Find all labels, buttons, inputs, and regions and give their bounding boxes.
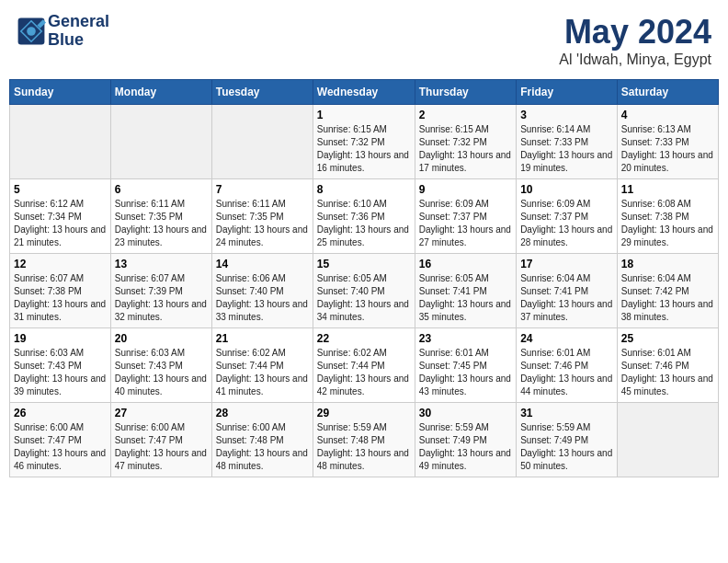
- calendar-cell: 10Sunrise: 6:09 AM Sunset: 7:37 PM Dayli…: [517, 179, 618, 254]
- weekday-header-tuesday: Tuesday: [211, 80, 313, 105]
- day-number: 13: [115, 258, 208, 270]
- day-number: 31: [520, 407, 613, 419]
- calendar-week-2: 5Sunrise: 6:12 AM Sunset: 7:34 PM Daylig…: [10, 179, 719, 254]
- calendar-table: SundayMondayTuesdayWednesdayThursdayFrid…: [9, 79, 719, 477]
- calendar-cell: 19Sunrise: 6:03 AM Sunset: 7:43 PM Dayli…: [10, 328, 111, 403]
- day-info: Sunrise: 6:05 AM Sunset: 7:40 PM Dayligh…: [317, 272, 411, 324]
- day-number: 17: [520, 258, 613, 270]
- day-number: 24: [520, 332, 613, 345]
- calendar-cell: 27Sunrise: 6:00 AM Sunset: 7:47 PM Dayli…: [110, 403, 211, 477]
- day-info: Sunrise: 6:10 AM Sunset: 7:36 PM Dayligh…: [317, 198, 411, 249]
- day-number: 3: [520, 109, 613, 121]
- day-number: 23: [419, 332, 512, 345]
- calendar-week-1: 1Sunrise: 6:15 AM Sunset: 7:32 PM Daylig…: [10, 105, 719, 179]
- header: General Blue May 2024 Al 'Idwah, Minya, …: [9, 9, 719, 72]
- day-number: 6: [115, 183, 208, 196]
- day-info: Sunrise: 6:01 AM Sunset: 7:45 PM Dayligh…: [419, 347, 512, 398]
- calendar-header: SundayMondayTuesdayWednesdayThursdayFrid…: [10, 80, 719, 105]
- day-info: Sunrise: 5:59 AM Sunset: 7:49 PM Dayligh…: [520, 421, 613, 473]
- logo-text: General Blue: [48, 13, 109, 50]
- calendar-cell: 3Sunrise: 6:14 AM Sunset: 7:33 PM Daylig…: [517, 105, 618, 179]
- svg-point-2: [27, 27, 36, 36]
- day-number: 7: [216, 183, 309, 196]
- day-info: Sunrise: 6:02 AM Sunset: 7:44 PM Dayligh…: [317, 347, 411, 398]
- calendar-body: 1Sunrise: 6:15 AM Sunset: 7:32 PM Daylig…: [10, 105, 719, 477]
- day-info: Sunrise: 6:09 AM Sunset: 7:37 PM Dayligh…: [520, 198, 613, 249]
- calendar-week-3: 12Sunrise: 6:07 AM Sunset: 7:38 PM Dayli…: [10, 254, 719, 328]
- day-info: Sunrise: 6:04 AM Sunset: 7:42 PM Dayligh…: [621, 272, 714, 324]
- day-info: Sunrise: 5:59 AM Sunset: 7:48 PM Dayligh…: [317, 421, 411, 473]
- day-info: Sunrise: 6:13 AM Sunset: 7:33 PM Dayligh…: [621, 123, 714, 175]
- calendar-cell: 11Sunrise: 6:08 AM Sunset: 7:38 PM Dayli…: [617, 179, 718, 254]
- day-number: 26: [14, 407, 107, 419]
- day-info: Sunrise: 6:11 AM Sunset: 7:35 PM Dayligh…: [115, 198, 208, 249]
- day-number: 9: [419, 183, 512, 196]
- title-area: May 2024 Al 'Idwah, Minya, Egypt: [559, 13, 711, 68]
- calendar-cell: [211, 105, 313, 179]
- calendar-week-4: 19Sunrise: 6:03 AM Sunset: 7:43 PM Dayli…: [10, 328, 719, 403]
- day-info: Sunrise: 6:07 AM Sunset: 7:38 PM Dayligh…: [14, 272, 107, 324]
- calendar-cell: 20Sunrise: 6:03 AM Sunset: 7:43 PM Dayli…: [110, 328, 211, 403]
- day-info: Sunrise: 6:03 AM Sunset: 7:43 PM Dayligh…: [115, 347, 208, 398]
- weekday-header-wednesday: Wednesday: [313, 80, 415, 105]
- calendar-cell: 4Sunrise: 6:13 AM Sunset: 7:33 PM Daylig…: [617, 105, 718, 179]
- day-number: 20: [115, 332, 208, 345]
- calendar-cell: 9Sunrise: 6:09 AM Sunset: 7:37 PM Daylig…: [415, 179, 516, 254]
- calendar-cell: 26Sunrise: 6:00 AM Sunset: 7:47 PM Dayli…: [10, 403, 111, 477]
- day-number: 25: [621, 332, 714, 345]
- day-number: 19: [14, 332, 107, 345]
- day-info: Sunrise: 6:05 AM Sunset: 7:41 PM Dayligh…: [419, 272, 512, 324]
- day-number: 5: [14, 183, 107, 196]
- day-info: Sunrise: 6:01 AM Sunset: 7:46 PM Dayligh…: [520, 347, 613, 398]
- calendar-cell: 1Sunrise: 6:15 AM Sunset: 7:32 PM Daylig…: [313, 105, 415, 179]
- calendar-week-5: 26Sunrise: 6:00 AM Sunset: 7:47 PM Dayli…: [10, 403, 719, 477]
- day-number: 15: [317, 258, 411, 270]
- day-info: Sunrise: 6:02 AM Sunset: 7:44 PM Dayligh…: [216, 347, 309, 398]
- calendar-cell: 17Sunrise: 6:04 AM Sunset: 7:41 PM Dayli…: [517, 254, 618, 328]
- calendar-cell: [10, 105, 111, 179]
- weekday-header-saturday: Saturday: [617, 80, 718, 105]
- day-info: Sunrise: 6:15 AM Sunset: 7:32 PM Dayligh…: [317, 123, 411, 175]
- calendar-cell: 25Sunrise: 6:01 AM Sunset: 7:46 PM Dayli…: [617, 328, 718, 403]
- calendar-cell: 16Sunrise: 6:05 AM Sunset: 7:41 PM Dayli…: [415, 254, 516, 328]
- day-number: 28: [216, 407, 309, 419]
- weekday-header-friday: Friday: [517, 80, 618, 105]
- day-number: 21: [216, 332, 309, 345]
- day-number: 10: [520, 183, 613, 196]
- logo-line2: Blue: [48, 31, 109, 50]
- day-info: Sunrise: 6:12 AM Sunset: 7:34 PM Dayligh…: [14, 198, 107, 249]
- day-info: Sunrise: 6:11 AM Sunset: 7:35 PM Dayligh…: [216, 198, 309, 249]
- calendar-cell: 14Sunrise: 6:06 AM Sunset: 7:40 PM Dayli…: [211, 254, 313, 328]
- day-info: Sunrise: 6:04 AM Sunset: 7:41 PM Dayligh…: [520, 272, 613, 324]
- calendar-cell: 23Sunrise: 6:01 AM Sunset: 7:45 PM Dayli…: [415, 328, 516, 403]
- logo-line1: General: [48, 13, 109, 31]
- day-info: Sunrise: 6:08 AM Sunset: 7:38 PM Dayligh…: [621, 198, 714, 249]
- day-number: 2: [419, 109, 512, 121]
- day-number: 4: [621, 109, 714, 121]
- day-info: Sunrise: 5:59 AM Sunset: 7:49 PM Dayligh…: [419, 421, 512, 473]
- weekday-header-sunday: Sunday: [10, 80, 111, 105]
- day-number: 11: [621, 183, 714, 196]
- day-number: 12: [14, 258, 107, 270]
- calendar-cell: 12Sunrise: 6:07 AM Sunset: 7:38 PM Dayli…: [10, 254, 111, 328]
- calendar-cell: 29Sunrise: 5:59 AM Sunset: 7:48 PM Dayli…: [313, 403, 415, 477]
- calendar-cell: 8Sunrise: 6:10 AM Sunset: 7:36 PM Daylig…: [313, 179, 415, 254]
- day-info: Sunrise: 6:00 AM Sunset: 7:47 PM Dayligh…: [14, 421, 107, 473]
- logo: General Blue: [17, 13, 109, 50]
- day-info: Sunrise: 6:03 AM Sunset: 7:43 PM Dayligh…: [14, 347, 107, 398]
- day-info: Sunrise: 6:15 AM Sunset: 7:32 PM Dayligh…: [419, 123, 512, 175]
- day-number: 22: [317, 332, 411, 345]
- day-number: 27: [115, 407, 208, 419]
- day-number: 29: [317, 407, 411, 419]
- day-number: 1: [317, 109, 411, 121]
- day-info: Sunrise: 6:00 AM Sunset: 7:48 PM Dayligh…: [216, 421, 309, 473]
- calendar-cell: 21Sunrise: 6:02 AM Sunset: 7:44 PM Dayli…: [211, 328, 313, 403]
- day-info: Sunrise: 6:14 AM Sunset: 7:33 PM Dayligh…: [520, 123, 613, 175]
- month-title: May 2024: [559, 13, 711, 52]
- calendar-cell: 7Sunrise: 6:11 AM Sunset: 7:35 PM Daylig…: [211, 179, 313, 254]
- day-number: 14: [216, 258, 309, 270]
- day-info: Sunrise: 6:01 AM Sunset: 7:46 PM Dayligh…: [621, 347, 714, 398]
- weekday-header-thursday: Thursday: [415, 80, 516, 105]
- calendar-cell: 5Sunrise: 6:12 AM Sunset: 7:34 PM Daylig…: [10, 179, 111, 254]
- calendar-cell: 15Sunrise: 6:05 AM Sunset: 7:40 PM Dayli…: [313, 254, 415, 328]
